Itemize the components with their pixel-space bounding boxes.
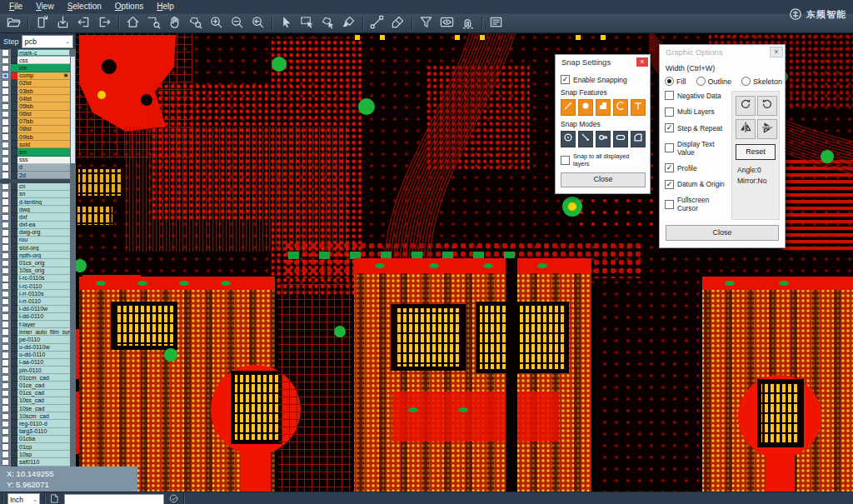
layer-checkbox[interactable] <box>2 126 9 133</box>
layer-row-d[interactable]: d <box>0 164 70 172</box>
layer-name[interactable]: 2d <box>17 172 70 179</box>
layer-row-inner_auto_film_symb[interactable]: inner_auto_film_symb <box>0 328 70 336</box>
layer-name[interactable]: mark-c <box>17 49 70 57</box>
layer-checkbox[interactable] <box>2 321 9 328</box>
layer-checkbox[interactable] <box>2 65 9 72</box>
layer-checkbox[interactable] <box>2 191 9 198</box>
layer-row-rou[interactable]: rou <box>0 237 70 244</box>
layer-name[interactable]: i-rr-0110s <box>17 290 70 297</box>
layer-name[interactable]: sn <box>17 191 70 198</box>
export-file-button[interactable] <box>52 15 73 32</box>
layer-color-swatch[interactable] <box>11 420 17 427</box>
graphic-option-multi-layers[interactable]: Multi Layers <box>665 107 731 117</box>
layer-row-comp[interactable]: comp▣ <box>0 72 70 80</box>
layer-checkbox[interactable] <box>2 72 9 80</box>
layer-color-swatch[interactable] <box>11 111 17 118</box>
layer-color-swatch[interactable] <box>11 252 17 259</box>
layer-color-swatch[interactable] <box>11 359 17 367</box>
layer-checkbox[interactable] <box>2 313 9 321</box>
layer-row-css[interactable]: css <box>0 57 70 64</box>
layer-name[interactable]: 01cs_cad <box>17 390 70 397</box>
pan-hand-button[interactable] <box>164 15 185 32</box>
layer-row-10ss_orig[interactable]: 10ss_orig <box>0 267 70 275</box>
layer-row-cm[interactable]: cm <box>0 64 70 72</box>
layer-checkbox[interactable] <box>2 359 9 367</box>
checkbox[interactable] <box>665 200 674 209</box>
snap-pad-button[interactable] <box>578 99 593 116</box>
layer-name[interactable]: 01cp <box>17 443 70 451</box>
layer-checkbox[interactable] <box>2 80 9 87</box>
layer-row-sm[interactable]: sm <box>0 148 70 156</box>
mirror-vertical-button[interactable] <box>757 119 777 139</box>
layer-row-10ss_cad[interactable]: 10ss_cad <box>0 397 70 405</box>
close-icon[interactable]: × <box>770 47 783 57</box>
layer-row-02lst[interactable]: 02lst <box>0 80 70 87</box>
layer-checkbox[interactable] <box>2 149 9 157</box>
menu-help[interactable]: Help <box>150 1 181 12</box>
layer-checkbox[interactable] <box>2 459 9 467</box>
layer-name[interactable]: u-dd-0110 <box>17 352 70 359</box>
layer-checkbox[interactable] <box>2 267 9 275</box>
layer-color-swatch[interactable] <box>11 313 17 321</box>
layer-name[interactable]: 04lst <box>17 95 70 102</box>
layer-row-pe-0110[interactable]: pe-0110 <box>0 336 70 343</box>
layer-checkbox[interactable] <box>2 275 9 282</box>
layer-checkbox[interactable] <box>2 49 9 57</box>
layer-row-d-tenting[interactable]: d-tenting <box>0 198 70 206</box>
unit-select[interactable]: Inch ⌄ <box>7 493 40 504</box>
layer-row-01cs_orig[interactable]: 01cs_orig <box>0 259 70 267</box>
layer-name[interactable]: sold <box>17 141 70 148</box>
layer-checkbox[interactable] <box>2 298 9 306</box>
layer-name[interactable]: 06lst <box>17 111 70 118</box>
layer-name[interactable]: i-aa-0110 <box>17 359 70 367</box>
layer-row-04lst[interactable]: 04lst <box>0 95 70 102</box>
layer-name[interactable]: i-rc-0110s <box>17 275 70 282</box>
layer-color-swatch[interactable] <box>11 164 17 172</box>
layer-row-pin-0110[interactable]: pin-0110 <box>0 367 70 374</box>
layer-row-i-rr-0110[interactable]: i-rr-0110 <box>0 297 70 305</box>
layer-row-reg-0110-d[interactable]: reg-0110-d <box>0 420 70 427</box>
layer-color-swatch[interactable] <box>11 428 17 436</box>
layer-name[interactable]: rou <box>17 237 70 244</box>
layer-checkbox[interactable] <box>2 328 9 336</box>
layer-row-npth-org[interactable]: npth-org <box>0 252 70 259</box>
layer-color-swatch[interactable] <box>11 267 17 275</box>
layer-row-sn[interactable]: sn <box>0 191 70 198</box>
zoom-window-button[interactable] <box>143 15 164 32</box>
layer-color-swatch[interactable] <box>11 102 17 110</box>
layer-color-swatch[interactable] <box>11 290 17 297</box>
layer-color-swatch[interactable] <box>11 49 17 57</box>
layer-color-swatch[interactable] <box>11 222 17 229</box>
layer-checkbox[interactable] <box>2 382 9 390</box>
layer-color-swatch[interactable] <box>11 141 17 148</box>
layer-name[interactable]: 10ss_cad <box>17 397 70 405</box>
close-icon[interactable]: × <box>636 57 648 67</box>
layer-checkbox[interactable] <box>2 291 9 298</box>
layer-checkbox[interactable] <box>2 413 9 421</box>
layer-list-scrollbar-thumb[interactable] <box>71 57 75 163</box>
layer-color-swatch[interactable] <box>11 157 17 164</box>
graphic-option-negative-data[interactable]: Negative Data <box>665 91 731 100</box>
layer-color-swatch[interactable] <box>11 148 17 156</box>
layer-color-swatch[interactable] <box>11 282 17 290</box>
layer-row-dxf-ea[interactable]: dxf-ea <box>0 222 70 229</box>
pcb-canvas[interactable]: Snap Settings × ✓ Enable Snapping Snap F… <box>76 33 853 492</box>
layer-row-sss[interactable]: sss <box>0 157 70 164</box>
apply-check-icon[interactable] <box>168 492 179 504</box>
radio-icon[interactable] <box>665 77 674 86</box>
layer-checkbox[interactable] <box>2 142 9 149</box>
width-radio-skeleton[interactable]: Skeleton <box>741 77 782 86</box>
layer-color-swatch[interactable] <box>11 133 17 141</box>
snap-line-button[interactable] <box>561 99 576 116</box>
snap-center-button[interactable] <box>561 131 576 147</box>
layer-name[interactable]: npth-org <box>17 252 70 259</box>
layer-color-swatch[interactable] <box>11 352 17 359</box>
layer-row-05lsb[interactable]: 05lsb <box>0 102 70 110</box>
layer-row-dwg[interactable]: dwg <box>0 206 70 213</box>
layer-checkbox[interactable] <box>2 157 9 164</box>
layer-row-i-dd-0110[interactable]: i-dd-0110 <box>0 313 70 321</box>
layer-row-f-layer[interactable]: f-layer <box>0 321 70 328</box>
layer-name[interactable]: targ3-0110 <box>17 428 70 436</box>
layer-color-swatch[interactable] <box>11 275 17 282</box>
layer-checkbox[interactable] <box>2 367 9 374</box>
